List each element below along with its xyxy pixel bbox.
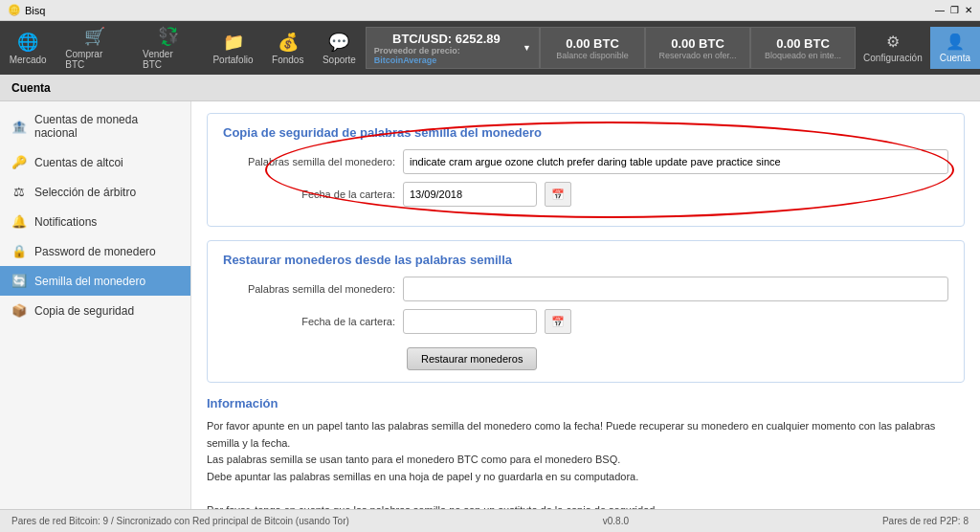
info-p2: Las palabras semilla se usan tanto para … (207, 452, 965, 469)
app-title: Bisq (25, 5, 45, 16)
user-icon: 👤 (946, 33, 965, 51)
nav-item-cuenta[interactable]: 👤 Cuenta (930, 27, 980, 69)
nav-label-vender: Vender BTC (143, 49, 194, 70)
nav-item-portafolio[interactable]: 📁 Portafolio (204, 26, 263, 71)
statusbar: Pares de red Bitcoin: 9 / Sincronizado c… (0, 509, 980, 532)
portfolio-icon: 📁 (223, 32, 244, 53)
info-text: Por favor apunte en un papel tanto las p… (207, 418, 965, 509)
restore-date-label: Fecha de la cartera: (223, 316, 395, 327)
section-info: Información Por favor apunte en un papel… (207, 396, 965, 509)
nav-left: 🌐 Mercado 🛒 Comprar BTC 💱 Vender BTC 📁 P… (0, 20, 366, 76)
sidebar-label-semilla: Semilla del monedero (34, 275, 145, 288)
sidebar-label-backup: Copia de seguridad (34, 304, 134, 318)
gear-icon: ⚙ (886, 33, 900, 51)
nav-item-comprar[interactable]: 🛒 Comprar BTC (56, 20, 133, 76)
statusbar-center: v0.8.0 (603, 516, 629, 526)
info-title: Información (207, 396, 965, 410)
section-seed-backup: Copia de seguridad de palabras semilla d… (207, 113, 965, 227)
nav-label-portafolio: Portafolio (212, 55, 253, 65)
sidebar-item-password[interactable]: 🔒 Password de monedero (0, 236, 190, 266)
section1-title: Copia de seguridad de palabras semilla d… (223, 125, 948, 140)
minimize-button[interactable]: — (935, 5, 945, 15)
titlebar-controls: — ❐ ✕ (935, 5, 972, 15)
buy-icon: 🛒 (84, 26, 105, 47)
wallet-date-input[interactable] (403, 182, 537, 207)
bell-icon: 🔔 (11, 214, 27, 229)
statusbar-left: Pares de red Bitcoin: 9 / Sincronizado c… (11, 516, 349, 526)
altcoin-icon: 🔑 (11, 155, 27, 169)
price-dropdown[interactable]: BTC/USD: 6252.89 Proveedor de precio: Bi… (366, 27, 540, 69)
provider-label: Proveedor de precio: (374, 46, 460, 55)
nav-item-mercado[interactable]: 🌐 Mercado (0, 26, 56, 71)
sidebar-item-semilla[interactable]: 🔄 Semilla del monedero (0, 266, 190, 296)
nav-item-soporte[interactable]: 💬 Soporte (313, 26, 366, 71)
bloqueado-box: 0.00 BTC Bloqueado en inte... (750, 27, 856, 69)
balance-disponible-box: 0.00 BTC Balance disponible (540, 27, 645, 69)
arbitro-icon: ⚖ (11, 185, 27, 199)
nav-item-config[interactable]: ⚙ Configuración (856, 27, 930, 69)
provider-name: BitcoinAverage (374, 55, 437, 65)
nav-label-mercado: Mercado (10, 55, 47, 65)
restore-seed-label: Palabras semilla del monedero: (223, 283, 395, 295)
btc-bloqueado: 0.00 BTC (776, 36, 830, 51)
sidebar-item-altcoin[interactable]: 🔑 Cuentas de altcoi (0, 147, 190, 177)
sidebar-label-arbitro: Selección de árbitro (34, 186, 136, 199)
nav-item-vender[interactable]: 💱 Vender BTC (133, 20, 204, 76)
btc-usd-price: BTC/USD: 6252.89 (392, 32, 501, 46)
nav-right: BTC/USD: 6252.89 Proveedor de precio: Bi… (366, 27, 980, 69)
statusbar-right: Pares de red P2P: 8 (882, 516, 969, 526)
nav-item-fondos[interactable]: 💰 Fondos (262, 26, 313, 71)
restore-calendar-button[interactable]: 📅 (545, 309, 571, 334)
restore-date-input[interactable] (403, 309, 537, 334)
bank-icon: 🏦 (11, 120, 27, 134)
reservado-box: 0.00 BTC Reservado en ofer... (645, 27, 750, 69)
btc-balance: 0.00 BTC (566, 36, 619, 51)
seed-icon: 🔄 (11, 274, 27, 288)
seed-words-label: Palabras semilla del monedero: (223, 156, 395, 167)
sidebar-item-backup[interactable]: 📦 Copia de seguridad (0, 296, 190, 325)
section2-title: Restaurar monederos desde las palabras s… (223, 253, 948, 267)
restore-date-row: Fecha de la cartera: 📅 (223, 309, 948, 334)
titlebar-title: 🪙 Bisq (8, 4, 45, 16)
sidebar-item-arbitro[interactable]: ⚖ Selección de árbitro (0, 177, 190, 207)
backup-icon: 📦 (11, 303, 27, 318)
sidebar-label-moneda-nacional: Cuentas de moneda nacional (34, 113, 179, 140)
main-layout: 🏦 Cuentas de moneda nacional 🔑 Cuentas d… (0, 101, 980, 509)
tab-cuenta-label: Cuenta (11, 81, 51, 95)
calendar-button[interactable]: 📅 (545, 182, 571, 207)
reservado-label: Reservado en ofer... (659, 51, 737, 60)
sidebar-item-moneda-nacional[interactable]: 🏦 Cuentas de moneda nacional (0, 105, 190, 147)
globe-icon: 🌐 (17, 32, 38, 53)
wallet-date-row: Fecha de la cartera: 📅 (223, 182, 948, 207)
sell-icon: 💱 (158, 26, 179, 47)
info-p3: Debe apuntar las palabras semillas en un… (207, 469, 965, 486)
close-button[interactable]: ✕ (965, 5, 972, 15)
sidebar: 🏦 Cuentas de moneda nacional 🔑 Cuentas d… (0, 101, 191, 509)
nav-label-cuenta: Cuenta (940, 53, 970, 63)
sidebar-item-notifications[interactable]: 🔔 Notifications (0, 207, 190, 236)
restore-button[interactable]: Restaurar monederos (407, 347, 537, 370)
sidebar-label-altcoin: Cuentas de altcoi (34, 156, 123, 169)
info-p5: Por favor, tenga en cuenta que las palab… (207, 502, 965, 509)
dropdown-arrow-icon[interactable]: ▼ (523, 43, 531, 53)
support-icon: 💬 (328, 32, 349, 53)
section-restore: Restaurar monederos desde las palabras s… (207, 240, 965, 383)
titlebar: 🪙 Bisq — ❐ ✕ (0, 0, 980, 21)
seed-words-input[interactable] (403, 149, 948, 174)
restore-seed-row: Palabras semilla del monedero: (223, 277, 948, 301)
lock-icon: 🔒 (11, 244, 27, 258)
nav-label-fondos: Fondos (272, 55, 303, 65)
maximize-button[interactable]: ❐ (950, 5, 959, 15)
seed-words-row: Palabras semilla del monedero: (223, 149, 948, 174)
nav-label-soporte: Soporte (323, 55, 356, 65)
info-p1: Por favor apunte en un papel tanto las p… (207, 418, 965, 452)
tab-cuenta[interactable]: Cuenta (0, 75, 980, 101)
content-area: Copia de seguridad de palabras semilla d… (191, 101, 980, 509)
bloqueado-label: Bloqueado en inte... (765, 51, 841, 60)
nav-label-config: Configuración (863, 53, 923, 63)
btc-reservado: 0.00 BTC (671, 36, 724, 51)
nav-label-comprar: Comprar BTC (65, 49, 123, 70)
sidebar-label-notifications: Notifications (34, 215, 97, 229)
wallet-date-label: Fecha de la cartera: (223, 188, 395, 200)
restore-seed-input[interactable] (403, 277, 948, 301)
